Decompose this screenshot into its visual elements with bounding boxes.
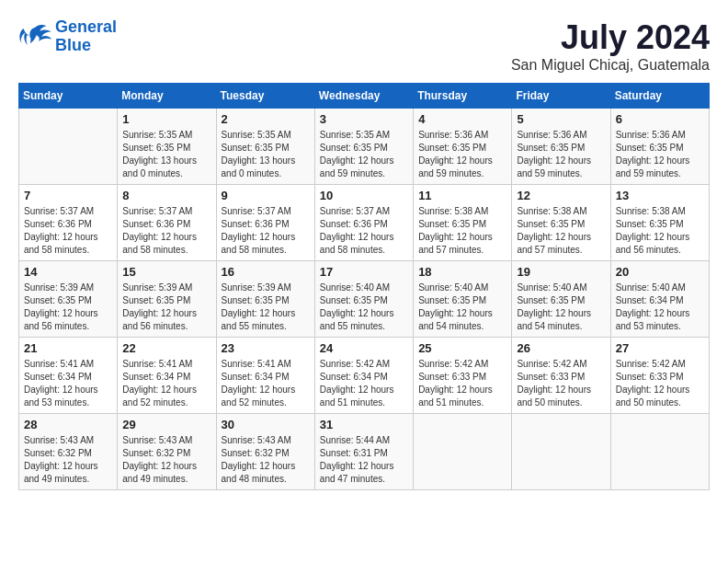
day-info: Sunrise: 5:41 AM Sunset: 6:34 PM Dayligh… [24,358,112,409]
calendar-cell: 31Sunrise: 5:44 AM Sunset: 6:31 PM Dayli… [314,414,413,490]
day-info: Sunrise: 5:37 AM Sunset: 6:36 PM Dayligh… [320,205,408,257]
day-info: Sunrise: 5:39 AM Sunset: 6:35 PM Dayligh… [122,282,210,333]
calendar-cell: 1Sunrise: 5:35 AM Sunset: 6:35 PM Daylig… [118,109,216,185]
day-number: 22 [122,341,210,355]
calendar-cell [19,109,118,185]
day-number: 21 [24,341,112,355]
calendar-cell: 26Sunrise: 5:42 AM Sunset: 6:33 PM Dayli… [512,338,610,414]
day-number: 18 [418,265,506,279]
title-block: July 2024 San Miguel Chicaj, Guatemala [511,18,710,74]
day-number: 3 [320,112,408,126]
day-number: 23 [222,341,310,355]
day-number: 14 [24,265,112,279]
calendar-cell: 23Sunrise: 5:41 AM Sunset: 6:34 PM Dayli… [216,338,314,414]
day-number: 6 [616,112,704,126]
calendar-week-row: 28Sunrise: 5:43 AM Sunset: 6:32 PM Dayli… [19,414,710,490]
day-number: 1 [122,112,210,126]
calendar-cell: 7Sunrise: 5:37 AM Sunset: 6:36 PM Daylig… [19,185,118,261]
day-info: Sunrise: 5:37 AM Sunset: 6:36 PM Dayligh… [122,205,210,257]
header-row: SundayMondayTuesdayWednesdayThursdayFrid… [19,84,710,109]
day-number: 13 [616,189,704,202]
day-info: Sunrise: 5:38 AM Sunset: 6:35 PM Dayligh… [517,205,605,257]
header-cell-tuesday: Tuesday [216,84,314,109]
calendar-cell: 9Sunrise: 5:37 AM Sunset: 6:36 PM Daylig… [216,185,314,261]
calendar-week-row: 21Sunrise: 5:41 AM Sunset: 6:34 PM Dayli… [19,338,710,414]
day-number: 11 [418,189,506,202]
day-info: Sunrise: 5:35 AM Sunset: 6:35 PM Dayligh… [122,129,210,180]
calendar-cell: 28Sunrise: 5:43 AM Sunset: 6:32 PM Dayli… [19,414,118,490]
calendar-cell [512,414,610,490]
header-cell-friday: Friday [512,84,610,109]
day-info: Sunrise: 5:36 AM Sunset: 6:35 PM Dayligh… [616,129,704,180]
calendar-cell: 15Sunrise: 5:39 AM Sunset: 6:35 PM Dayli… [118,261,216,338]
calendar-cell: 30Sunrise: 5:43 AM Sunset: 6:32 PM Dayli… [216,414,314,490]
calendar-header: SundayMondayTuesdayWednesdayThursdayFrid… [19,84,710,109]
day-info: Sunrise: 5:41 AM Sunset: 6:34 PM Dayligh… [222,358,310,409]
day-number: 19 [517,265,605,279]
day-number: 9 [222,189,310,202]
day-number: 5 [517,112,605,126]
calendar-cell: 14Sunrise: 5:39 AM Sunset: 6:35 PM Dayli… [19,261,118,338]
calendar-cell: 17Sunrise: 5:40 AM Sunset: 6:35 PM Dayli… [314,261,413,338]
day-number: 15 [122,265,210,279]
logo-text-line1: General [55,18,117,37]
day-info: Sunrise: 5:40 AM Sunset: 6:34 PM Dayligh… [616,282,704,333]
day-info: Sunrise: 5:35 AM Sunset: 6:35 PM Dayligh… [222,129,310,180]
day-info: Sunrise: 5:36 AM Sunset: 6:35 PM Dayligh… [418,129,506,180]
calendar-table: SundayMondayTuesdayWednesdayThursdayFrid… [18,83,710,490]
calendar-cell: 2Sunrise: 5:35 AM Sunset: 6:35 PM Daylig… [216,109,314,185]
day-number: 20 [616,265,704,279]
calendar-cell: 18Sunrise: 5:40 AM Sunset: 6:35 PM Dayli… [414,261,512,338]
day-number: 26 [517,341,605,355]
day-number: 17 [320,265,408,279]
calendar-cell: 20Sunrise: 5:40 AM Sunset: 6:34 PM Dayli… [610,261,709,338]
day-info: Sunrise: 5:35 AM Sunset: 6:35 PM Dayligh… [320,129,408,180]
calendar-cell: 29Sunrise: 5:43 AM Sunset: 6:32 PM Dayli… [118,414,216,490]
calendar-cell [610,414,709,490]
day-number: 28 [24,418,112,431]
day-info: Sunrise: 5:40 AM Sunset: 6:35 PM Dayligh… [517,282,605,333]
calendar-cell: 3Sunrise: 5:35 AM Sunset: 6:35 PM Daylig… [314,109,413,185]
day-number: 8 [122,189,210,202]
day-info: Sunrise: 5:38 AM Sunset: 6:35 PM Dayligh… [616,205,704,257]
header-cell-wednesday: Wednesday [314,84,413,109]
logo-icon [18,23,51,51]
calendar-cell: 27Sunrise: 5:42 AM Sunset: 6:33 PM Dayli… [610,338,709,414]
day-info: Sunrise: 5:37 AM Sunset: 6:36 PM Dayligh… [24,205,112,257]
day-info: Sunrise: 5:44 AM Sunset: 6:31 PM Dayligh… [320,434,408,486]
location-subtitle: San Miguel Chicaj, Guatemala [511,57,710,74]
day-number: 31 [320,418,408,431]
logo-text-line2: Blue [55,37,117,55]
day-number: 4 [418,112,506,126]
calendar-cell: 25Sunrise: 5:42 AM Sunset: 6:33 PM Dayli… [414,338,512,414]
day-info: Sunrise: 5:40 AM Sunset: 6:35 PM Dayligh… [320,282,408,333]
day-info: Sunrise: 5:39 AM Sunset: 6:35 PM Dayligh… [222,282,310,333]
header-cell-sunday: Sunday [19,84,118,109]
calendar-cell: 11Sunrise: 5:38 AM Sunset: 6:35 PM Dayli… [414,185,512,261]
calendar-cell: 8Sunrise: 5:37 AM Sunset: 6:36 PM Daylig… [118,185,216,261]
day-info: Sunrise: 5:43 AM Sunset: 6:32 PM Dayligh… [222,434,310,486]
calendar-week-row: 14Sunrise: 5:39 AM Sunset: 6:35 PM Dayli… [19,261,710,338]
day-number: 25 [418,341,506,355]
day-info: Sunrise: 5:42 AM Sunset: 6:34 PM Dayligh… [320,358,408,409]
page-header: General Blue July 2024 San Miguel Chicaj… [18,18,710,74]
header-cell-thursday: Thursday [414,84,512,109]
logo: General Blue [18,18,117,55]
calendar-cell: 24Sunrise: 5:42 AM Sunset: 6:34 PM Dayli… [314,338,413,414]
calendar-cell: 10Sunrise: 5:37 AM Sunset: 6:36 PM Dayli… [314,185,413,261]
header-cell-monday: Monday [118,84,216,109]
day-number: 24 [320,341,408,355]
day-info: Sunrise: 5:37 AM Sunset: 6:36 PM Dayligh… [222,205,310,257]
day-info: Sunrise: 5:39 AM Sunset: 6:35 PM Dayligh… [24,282,112,333]
calendar-cell: 21Sunrise: 5:41 AM Sunset: 6:34 PM Dayli… [19,338,118,414]
day-number: 12 [517,189,605,202]
calendar-cell: 22Sunrise: 5:41 AM Sunset: 6:34 PM Dayli… [118,338,216,414]
calendar-week-row: 1Sunrise: 5:35 AM Sunset: 6:35 PM Daylig… [19,109,710,185]
day-number: 7 [24,189,112,202]
day-number: 2 [222,112,310,126]
day-info: Sunrise: 5:42 AM Sunset: 6:33 PM Dayligh… [517,358,605,409]
day-info: Sunrise: 5:43 AM Sunset: 6:32 PM Dayligh… [24,434,112,486]
calendar-cell: 6Sunrise: 5:36 AM Sunset: 6:35 PM Daylig… [610,109,709,185]
calendar-week-row: 7Sunrise: 5:37 AM Sunset: 6:36 PM Daylig… [19,185,710,261]
calendar-cell: 5Sunrise: 5:36 AM Sunset: 6:35 PM Daylig… [512,109,610,185]
